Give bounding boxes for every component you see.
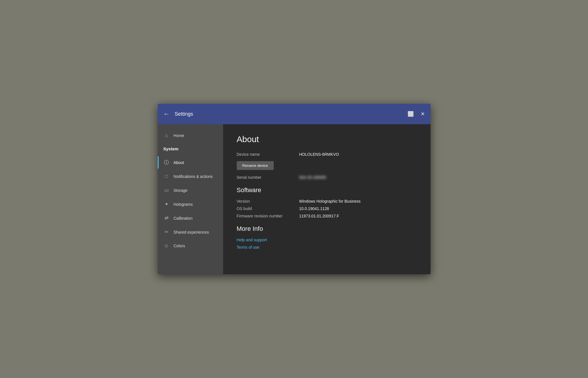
sidebar-label-holograms: Holograms xyxy=(174,202,193,207)
sidebar-label-home: Home xyxy=(174,133,184,138)
sidebar-label-about: About xyxy=(174,160,184,165)
calibration-icon: ⇌ xyxy=(163,215,170,221)
window-controls: ⬜ ✕ xyxy=(408,111,425,117)
serial-number-row: Serial number 004-29-190065 xyxy=(237,175,417,180)
sidebar-item-shared-experiences[interactable]: ✂ Shared experiences xyxy=(158,225,223,239)
terms-of-use-link[interactable]: Terms of use xyxy=(237,245,417,250)
version-value: Windows Holographic for Business xyxy=(299,199,361,203)
about-icon: ⓘ xyxy=(163,159,170,166)
help-and-support-link[interactable]: Help and support xyxy=(237,238,417,242)
sidebar: ⌂ Home System ⓘ About □ Notifications & … xyxy=(158,124,223,274)
window-snap-button[interactable]: ⬜ xyxy=(408,111,414,117)
sidebar-item-about[interactable]: ⓘ About xyxy=(158,155,223,170)
sidebar-item-colors[interactable]: ☺ Colors xyxy=(158,239,223,253)
sidebar-section-system: System xyxy=(158,142,223,155)
os-build-value: 10.0.19041.1128 xyxy=(299,206,329,211)
version-row: Version Windows Holographic for Business xyxy=(237,199,417,203)
content-area: About Device name HOLOLENS-6RMKVO Rename… xyxy=(223,124,431,274)
version-label: Version xyxy=(237,199,299,203)
main-layout: ⌂ Home System ⓘ About □ Notifications & … xyxy=(158,124,431,274)
sidebar-label-notifications: Notifications & actions xyxy=(174,174,213,179)
sidebar-label-storage: Storage xyxy=(174,188,188,193)
holograms-icon: ✦ xyxy=(163,201,170,207)
device-name-row: Device name HOLOLENS-6RMKVO xyxy=(237,152,417,157)
firmware-row: Firmware revision number 11973.01.01.200… xyxy=(237,214,417,218)
sidebar-item-notifications[interactable]: □ Notifications & actions xyxy=(158,170,223,183)
sidebar-item-home[interactable]: ⌂ Home xyxy=(158,129,223,142)
firmware-value: 11973.01.01.200917.F xyxy=(299,214,339,218)
software-section-title: Software xyxy=(237,186,417,194)
serial-number-label: Serial number xyxy=(237,175,299,180)
sidebar-label-system: System xyxy=(163,146,178,151)
more-info-section-title: More Info xyxy=(237,225,417,232)
notifications-icon: □ xyxy=(163,174,170,179)
os-build-label: OS build xyxy=(237,206,299,211)
shared-icon: ✂ xyxy=(163,229,170,235)
sidebar-item-storage[interactable]: ▭ Storage xyxy=(158,183,223,197)
firmware-label: Firmware revision number xyxy=(237,214,299,218)
rename-device-button[interactable]: Rename device xyxy=(237,161,274,170)
titlebar: ← Settings ⬜ ✕ xyxy=(158,104,431,124)
sidebar-label-colors: Colors xyxy=(174,244,185,248)
sidebar-label-calibration: Calibration xyxy=(174,216,193,221)
page-title: About xyxy=(237,134,417,144)
device-name-label: Device name xyxy=(237,152,299,157)
window-title: Settings xyxy=(175,111,408,117)
device-name-value: HOLOLENS-6RMKVO xyxy=(299,152,339,157)
storage-icon: ▭ xyxy=(163,187,170,193)
sidebar-item-holograms[interactable]: ✦ Holograms xyxy=(158,197,223,211)
sidebar-item-calibration[interactable]: ⇌ Calibration xyxy=(158,211,223,225)
close-button[interactable]: ✕ xyxy=(421,111,425,117)
back-button[interactable]: ← xyxy=(163,111,170,117)
settings-window: ← Settings ⬜ ✕ ⌂ Home System ⓘ About □ N… xyxy=(158,104,431,274)
os-build-row: OS build 10.0.19041.1128 xyxy=(237,206,417,211)
colors-icon: ☺ xyxy=(163,243,170,249)
serial-number-value: 004-29-190065 xyxy=(299,175,326,180)
home-icon: ⌂ xyxy=(163,133,170,138)
sidebar-label-shared: Shared experiences xyxy=(174,230,209,234)
